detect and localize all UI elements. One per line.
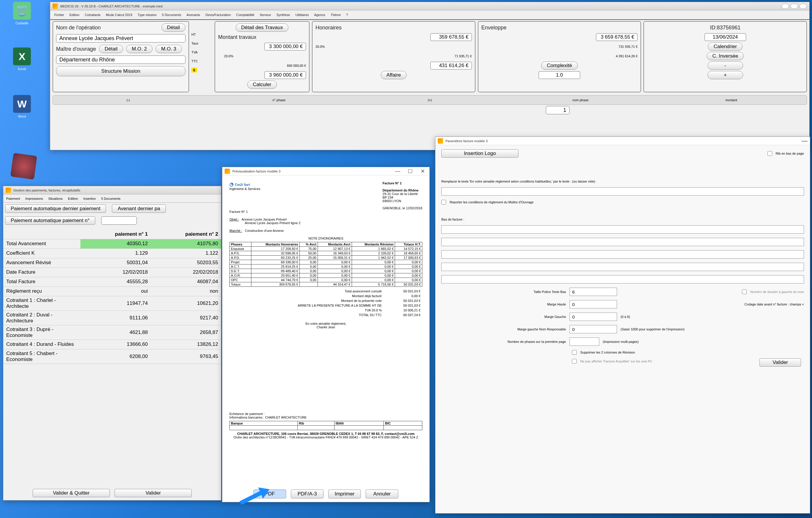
calculer-button[interactable]: Calculer [247,81,277,89]
paiement-auto-dernier-button[interactable]: Paiement automatique dernier paiement [5,204,106,213]
menu-agence[interactable]: Agence [314,13,325,17]
preview-max-button[interactable]: ☐ [406,168,415,175]
mo2-button[interactable]: M.O. 2 [126,45,152,53]
menu-modecalcul2019[interactable]: Mode Calcul 2019 [106,13,133,17]
table-row[interactable]: Cotraitant 2 : Duval - Architecture9111,… [3,311,221,325]
params-valider-button[interactable]: Valider [759,358,801,367]
paiement-n-input[interactable] [101,217,137,225]
phase-number[interactable]: 1 [546,106,570,114]
mh-input[interactable] [570,300,617,309]
bas-label: Bas de facture : [441,218,464,221]
table-row[interactable]: Total Facture45555,2846087,04 [3,277,221,286]
gmenu-paiement[interactable]: Paiement [6,197,20,200]
cinversee-button[interactable]: C. Inversée [707,52,744,60]
detail-travaux-button[interactable]: Détail des Travaux [236,24,289,32]
date-field[interactable]: 13/06/2024 [704,33,746,41]
gmenu-edition[interactable]: Edition [68,197,78,200]
menu-[interactable]: ? [346,13,348,17]
mo3-button[interactable]: M.O. 3 [155,45,182,53]
menu-utilitaires[interactable]: Utilitaires [295,13,309,17]
numero-checkbox[interactable] [742,289,747,294]
table-row[interactable]: Cotraitant 3 : Dupré - Economiste4621,88… [3,325,221,340]
menu-fichier[interactable]: Fichier [54,13,64,17]
menu-cotraitants[interactable]: Cotraitants [85,13,100,17]
menu-devisfacturation[interactable]: Devis/Facturation [205,13,231,17]
desktop-excel[interactable]: XExcel [7,48,37,70]
valider-button[interactable]: Valider [115,489,192,497]
taille-input[interactable] [570,288,617,296]
params-logo-icon [438,138,443,144]
gmenu-5 documents[interactable]: 5 Documents [101,197,120,200]
env-value[interactable]: 3 659 678,55 € [596,33,637,41]
menu-comptabilit[interactable]: Comptabilité [236,13,254,17]
bas-input-5[interactable] [441,275,804,284]
close-button[interactable] [799,4,807,9]
table-row[interactable]: Règlement reçuouinon [3,286,221,296]
params-title: Paramètres facture modèle 3 [445,139,488,143]
max-button[interactable] [790,4,798,9]
supprimer-checkbox[interactable] [572,350,577,355]
gmenu-situations[interactable]: Situations [48,197,63,200]
nepas-checkbox[interactable] [572,359,577,364]
preview-min-button[interactable]: — [393,168,402,174]
avenant-dernier-button[interactable]: Avenant dernier pa [112,204,166,213]
mg-input[interactable] [570,313,617,321]
insertion-logo-button[interactable]: Insertion Logo [441,149,519,157]
pdfa-button[interactable]: PDF/A-3 [291,489,323,498]
table-row[interactable]: Coefficient K1.1291.122 [3,249,221,258]
menu-serveur[interactable]: Serveur [260,13,271,17]
report-checkbox[interactable] [441,200,446,204]
gmenu-impressions[interactable]: Impressions [25,197,43,200]
bas-input-1[interactable] [441,225,804,234]
invoice-row: A.P.D.60 233,25 €25,0015 058,31 €1 942,5… [230,256,422,260]
menu-avenants[interactable]: Avenants [187,13,200,17]
annuler-button[interactable]: Annuler [366,489,398,498]
table-row[interactable]: Total Avancement40350,1241075,80 [3,239,221,249]
preview-close-button[interactable]: ✕ [418,168,427,175]
desktop-word[interactable]: WWord [7,95,37,118]
word-label: Word [7,115,37,118]
hono-pc: 20.0% [316,45,325,48]
menu-thme[interactable]: Thème [330,13,341,17]
nph-input[interactable] [570,338,599,346]
replace-input[interactable] [441,187,804,196]
invoice-sum-row: Montant de la présente note50 031,03 € [230,299,422,303]
bas-input-4[interactable] [441,263,804,271]
table-row[interactable]: Date Facture12/02/201822/02/2018 [3,267,221,277]
menu-typemission[interactable]: Type mission [138,13,157,17]
table-row[interactable]: Cotraitant 5 : Chabert - Economiste6208,… [3,349,221,364]
table-row[interactable]: Cotraitant 1 : Charlet - Architecte11947… [3,296,221,311]
params-min-button[interactable]: — [802,138,808,144]
minus-button[interactable]: - [707,61,743,70]
imprimer-button[interactable]: Imprimer [328,489,361,498]
table-row[interactable]: Avancement Révisé50031,0450203,55 [3,258,221,267]
complexite-value[interactable]: 1.0 [539,71,580,79]
hono-value[interactable]: 359 678,55 € [430,33,472,41]
valider-quitter-button[interactable]: Valider & Quitter [33,489,110,497]
menu-synthse[interactable]: Synthèse [276,13,290,17]
bas-input-3[interactable] [441,250,804,259]
detail-mo-button[interactable]: Détail [99,45,123,53]
rib-checkbox[interactable] [767,151,772,156]
mgr-input[interactable] [570,325,617,333]
paiement-auto-n-button[interactable]: Paiement automatique paiement n° [5,217,95,225]
hono-ttc[interactable]: 431 614,26 € [430,62,472,69]
gmenu-insertion[interactable]: Insertion [83,197,96,200]
desktop-trash[interactable]: 🗑️Corbeille [7,2,37,25]
detail-operation-button[interactable]: Détail [162,24,185,32]
bas-input-2[interactable] [441,238,804,246]
mo-field[interactable]: Département du Rhône [56,56,185,64]
montant-ht[interactable]: 3 300 000,00 € [264,43,306,51]
affaire-button[interactable]: Affaire [381,71,407,79]
structure-button[interactable]: Structure Mission [56,66,185,76]
nomop-field[interactable]: Annexe Lycée Jacques Prévert [56,34,185,42]
menu-5documents[interactable]: 5 Documents [162,13,181,17]
menu-edition[interactable]: Edition [69,13,80,17]
phase-col: (-) [53,98,204,102]
table-row[interactable]: Cotraitant 4 : Durand - Fluides13666,601… [3,340,221,349]
ttc-value[interactable]: 3 960 000,00 € [264,71,306,79]
complexite-button[interactable]: Complexité [541,61,578,70]
min-button[interactable] [781,4,789,9]
plus-button[interactable]: + [707,71,743,79]
calendrier-button[interactable]: Calendrier [708,42,742,51]
